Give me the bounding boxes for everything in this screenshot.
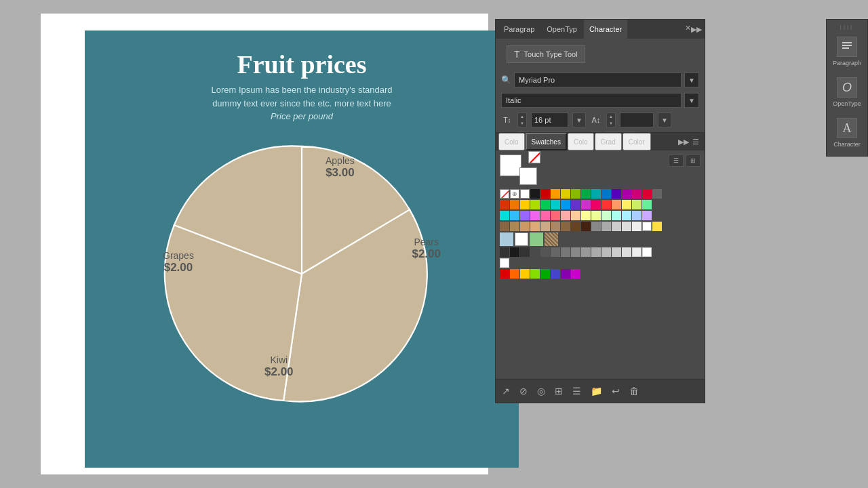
no-color-indicator[interactable] xyxy=(528,151,540,163)
s-n9[interactable] xyxy=(581,222,591,231)
s-d12[interactable] xyxy=(612,247,621,257)
panel-close-btn[interactable]: ✕ xyxy=(685,24,691,33)
s-c1[interactable] xyxy=(500,211,509,220)
swatch-none[interactable] xyxy=(500,189,509,199)
s-r11[interactable] xyxy=(601,200,611,209)
s-r15[interactable] xyxy=(642,200,652,209)
s-d15[interactable] xyxy=(642,247,652,257)
s-c10[interactable] xyxy=(591,211,601,220)
tb-grid-btn[interactable]: ⊞ xyxy=(553,384,565,398)
font-style-input[interactable] xyxy=(501,93,682,108)
s-d6[interactable] xyxy=(551,247,560,257)
float-character-item[interactable]: A Character xyxy=(827,113,867,153)
bg-color-swatch[interactable] xyxy=(519,167,537,185)
tab-character[interactable]: Character xyxy=(584,20,627,39)
s-c7[interactable] xyxy=(561,211,570,220)
s-r8[interactable] xyxy=(571,200,580,209)
s-c6[interactable] xyxy=(551,211,560,220)
s-c15[interactable] xyxy=(642,211,652,220)
s-b5[interactable] xyxy=(540,269,550,279)
swatch-lime[interactable] xyxy=(571,189,580,199)
s-d2[interactable] xyxy=(510,247,519,257)
s-sp4[interactable] xyxy=(545,232,558,246)
font-size-dropdown[interactable]: ▼ xyxy=(572,113,586,127)
s-r1[interactable] xyxy=(500,200,509,209)
s-b8[interactable] xyxy=(571,269,580,279)
s-b6[interactable] xyxy=(551,269,560,279)
font-name-input[interactable] xyxy=(514,73,682,87)
swatches-expand-btn[interactable]: ▶▶ xyxy=(678,138,689,146)
s-b7[interactable] xyxy=(561,269,570,279)
grid-view-btn[interactable]: ⊞ xyxy=(686,155,701,167)
fg-color-swatch[interactable] xyxy=(500,155,521,176)
s-n1[interactable] xyxy=(500,222,509,231)
font-style-dropdown[interactable]: ▼ xyxy=(684,93,699,108)
s-d10[interactable] xyxy=(591,247,601,257)
s-sp3[interactable] xyxy=(530,232,543,246)
s-d3[interactable] xyxy=(520,247,530,257)
s-w1[interactable] xyxy=(500,258,509,268)
leading-dropdown[interactable]: ▼ xyxy=(658,113,671,127)
swatch-magenta-dark[interactable] xyxy=(622,189,631,199)
float-opentype-item[interactable]: O OpenType xyxy=(827,72,867,113)
s-n11[interactable] xyxy=(601,222,611,231)
tb-cursor-btn[interactable]: ↗ xyxy=(500,384,512,398)
s-c2[interactable] xyxy=(510,211,519,220)
s-c14[interactable] xyxy=(632,211,642,220)
s-n15[interactable] xyxy=(642,222,652,231)
s-n8[interactable] xyxy=(571,222,580,231)
tb-list-btn[interactable]: ☰ xyxy=(570,384,583,398)
s-r2[interactable] xyxy=(510,200,519,209)
s-n5[interactable] xyxy=(540,222,550,231)
s-n2[interactable] xyxy=(510,222,519,231)
swatch-scroll[interactable] xyxy=(652,189,662,199)
s-d7[interactable] xyxy=(561,247,570,257)
s-c12[interactable] xyxy=(612,211,621,220)
s-d1[interactable] xyxy=(500,247,509,257)
s-b3[interactable] xyxy=(520,269,530,279)
s-d11[interactable] xyxy=(601,247,611,257)
swatch-black[interactable] xyxy=(530,189,540,199)
swatch-white[interactable] xyxy=(520,189,530,199)
s-d4[interactable] xyxy=(530,247,540,257)
s-c8[interactable] xyxy=(571,211,580,220)
sw-tab-color3[interactable]: Color xyxy=(623,133,651,150)
swatch-crimson[interactable] xyxy=(642,189,652,199)
s-b1[interactable] xyxy=(500,269,509,279)
swatch-cyan-dark[interactable] xyxy=(591,189,601,199)
s-n14[interactable] xyxy=(632,222,642,231)
s-n3[interactable] xyxy=(520,222,530,231)
s-b2[interactable] xyxy=(510,269,519,279)
sw-tab-color1[interactable]: Colo xyxy=(498,133,525,150)
s-d13[interactable] xyxy=(622,247,631,257)
tb-tool1-btn[interactable]: ⊘ xyxy=(517,384,530,398)
s-n6[interactable] xyxy=(551,222,560,231)
tb-folder-btn[interactable]: 📁 xyxy=(589,384,604,398)
tb-delete-btn[interactable]: 🗑 xyxy=(627,384,641,398)
swatch-purple[interactable] xyxy=(612,189,621,199)
sw-tab-color2[interactable]: Colo xyxy=(568,133,594,150)
font-size-input[interactable] xyxy=(531,113,568,127)
s-r14[interactable] xyxy=(632,200,642,209)
list-view-btn[interactable]: ☰ xyxy=(669,155,684,167)
s-d5[interactable] xyxy=(540,247,550,257)
s-n7[interactable] xyxy=(561,222,570,231)
s-sp2[interactable] xyxy=(515,232,528,246)
s-r13[interactable] xyxy=(622,200,631,209)
swatches-menu-btn[interactable]: ☰ xyxy=(690,138,702,146)
s-c13[interactable] xyxy=(622,211,631,220)
font-name-dropdown[interactable]: ▼ xyxy=(684,73,699,87)
swatch-pink-dark[interactable] xyxy=(632,189,642,199)
s-r10[interactable] xyxy=(591,200,601,209)
sw-tab-swatches[interactable]: Swatches xyxy=(526,133,567,150)
swatch-yellow[interactable] xyxy=(561,189,570,199)
s-r4[interactable] xyxy=(530,200,540,209)
s-n13[interactable] xyxy=(622,222,631,231)
s-n4[interactable] xyxy=(530,222,540,231)
leading-stepper[interactable]: ▲ ▼ xyxy=(606,113,616,127)
s-d9[interactable] xyxy=(581,247,591,257)
tb-move-btn[interactable]: ↩ xyxy=(610,384,622,398)
s-c5[interactable] xyxy=(540,211,550,220)
swatch-crosshair[interactable]: ⊕ xyxy=(510,189,519,199)
s-n16[interactable] xyxy=(652,222,662,231)
